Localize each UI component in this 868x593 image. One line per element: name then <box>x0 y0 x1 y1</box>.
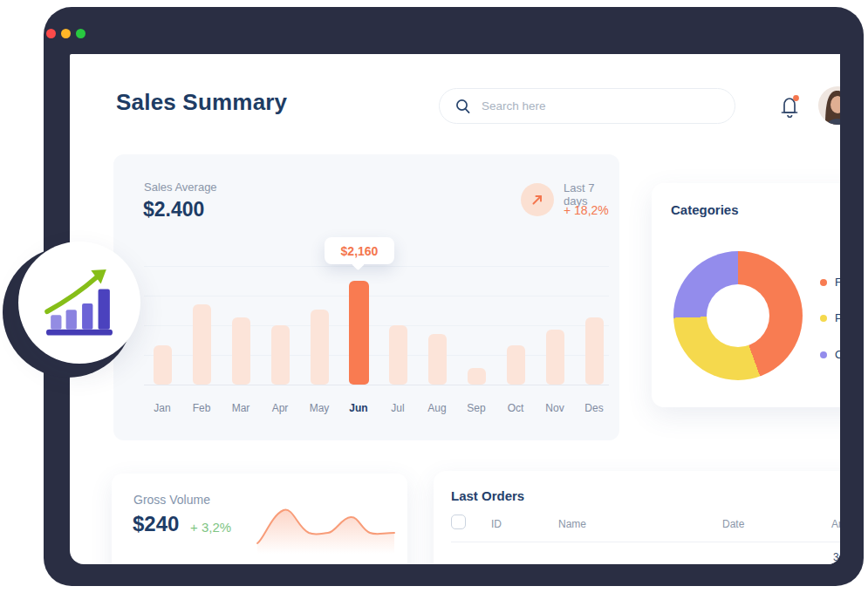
chart-bar-nov[interactable] <box>546 330 564 385</box>
gridline <box>144 296 609 296</box>
chart-bar-sep[interactable] <box>468 368 486 385</box>
chart-bar-aug[interactable] <box>428 334 447 385</box>
legend-label: O <box>835 348 840 361</box>
month-label-oct: Oct <box>496 402 536 414</box>
gross-volume-value: $240 <box>133 512 179 536</box>
gridline <box>144 325 609 326</box>
legend-dot <box>820 279 827 286</box>
month-label-feb: Feb <box>181 402 222 414</box>
month-label-mar: Mar <box>221 402 261 414</box>
categories-card: Categories Fu Pr O <box>652 183 840 407</box>
page-title: Sales Summary <box>116 89 287 116</box>
chart-bar-may[interactable] <box>311 310 329 385</box>
gross-volume-change: + 3,2% <box>190 520 231 535</box>
chart-bar-mar[interactable] <box>232 317 250 385</box>
gridline <box>144 355 609 356</box>
donut-hole <box>707 284 769 347</box>
select-all-checkbox[interactable] <box>451 515 466 529</box>
last-orders-card: Last Orders IDNameDateAm 3 <box>434 471 840 564</box>
legend-item-3: O <box>820 348 840 361</box>
gross-volume-card: Gross Volume $240 + 3,2% <box>112 474 407 564</box>
maximize-window-dot[interactable] <box>76 29 85 38</box>
month-label-may: May <box>299 402 339 414</box>
legend-item-1: Fu <box>820 276 840 289</box>
growth-badge <box>18 242 140 364</box>
app-window: Sales Summary Sales Aver <box>70 54 840 564</box>
page: Sales Summary Sales Aver <box>0 0 868 593</box>
chart-bar-jan[interactable] <box>154 345 172 385</box>
growth-chart-icon <box>43 269 116 337</box>
sales-average-value: $2.400 <box>143 198 204 222</box>
legend-dot <box>820 315 827 322</box>
chart-bar-jul[interactable] <box>389 325 407 385</box>
notification-bell-icon[interactable] <box>776 92 803 122</box>
sales-average-label: Sales Average <box>144 181 217 194</box>
legend-dot <box>820 351 827 358</box>
month-label-nov: Nov <box>535 402 575 414</box>
column-header-name: Name <box>558 518 586 530</box>
table-divider <box>451 542 840 542</box>
user-avatar[interactable] <box>818 86 840 125</box>
trend-up-badge <box>521 183 554 216</box>
chart-baseline <box>144 385 609 385</box>
gridline <box>144 266 609 267</box>
notification-badge <box>793 95 799 101</box>
gross-volume-label: Gross Volume <box>133 493 210 507</box>
bar-tooltip: $2,160 <box>325 237 394 264</box>
month-label-jan: Jan <box>142 402 182 414</box>
column-header-id: ID <box>491 518 502 530</box>
column-header-date: Date <box>722 518 744 530</box>
month-label-sep: Sep <box>456 402 496 414</box>
traffic-lights <box>46 29 85 38</box>
last-orders-title: Last Orders <box>451 488 524 503</box>
search-input[interactable] <box>482 99 722 112</box>
column-header-am: Am <box>831 518 840 530</box>
legend-item-2: Pr <box>820 311 840 324</box>
chart-bar-oct[interactable] <box>507 345 525 385</box>
sales-average-card: Sales Average $2.400 Last 7 days + 18,2%… <box>113 154 619 440</box>
minimize-window-dot[interactable] <box>61 29 71 38</box>
month-label-apr: Apr <box>260 402 300 414</box>
chart-bar-apr[interactable] <box>271 325 290 385</box>
month-label-jun: Jun <box>338 402 379 414</box>
month-label-aug: Aug <box>417 402 457 414</box>
chart-bar-feb[interactable] <box>193 304 211 385</box>
search-bar[interactable] <box>439 88 735 124</box>
month-label-des: Des <box>574 402 614 414</box>
month-label-jul: Jul <box>378 402 418 414</box>
close-window-dot[interactable] <box>46 29 56 38</box>
legend-label: Pr <box>835 311 840 324</box>
legend-label: Fu <box>835 276 840 289</box>
arrow-up-right-icon <box>530 192 545 208</box>
period-change: + 18,2% <box>564 203 609 217</box>
chart-bar-des[interactable] <box>585 317 604 385</box>
chart-bar-jun[interactable] <box>349 281 369 385</box>
sparkline-chart <box>254 496 398 554</box>
search-icon <box>455 99 471 114</box>
categories-title: Categories <box>671 202 739 217</box>
